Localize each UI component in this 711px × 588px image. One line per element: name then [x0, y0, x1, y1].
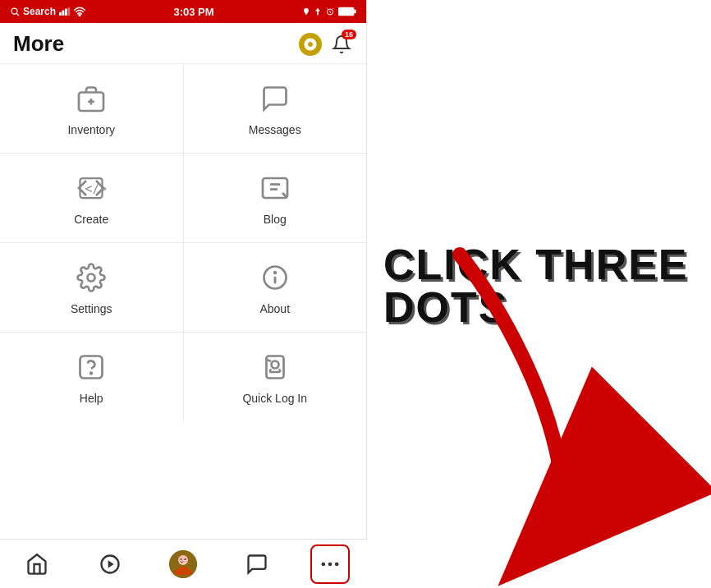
settings-label: Settings — [71, 302, 112, 315]
app-content: More 16 — [0, 23, 366, 539]
svg-text:</>: </> — [85, 181, 107, 196]
phone-frame: Search 3:03 PM — [0, 0, 367, 588]
nav-avatar[interactable] — [163, 544, 203, 584]
nav-more[interactable] — [310, 544, 350, 584]
svg-point-31 — [322, 562, 326, 566]
menu-grid: Inventory Messages — [0, 64, 366, 421]
nav-home[interactable] — [17, 544, 57, 584]
svg-rect-9 — [354, 10, 356, 14]
battery-icon — [338, 7, 356, 16]
messages-label: Messages — [249, 123, 301, 136]
svg-point-0 — [11, 8, 17, 14]
status-bar: Search 3:03 PM — [0, 0, 366, 23]
robux-button[interactable] — [299, 33, 322, 56]
quicklogin-icon-container — [257, 349, 293, 385]
about-cell[interactable]: About — [184, 243, 367, 332]
svg-rect-8 — [338, 7, 354, 15]
status-left: Search — [10, 6, 85, 17]
alarm-icon — [325, 7, 335, 16]
signal-icon — [59, 7, 71, 16]
blog-cell[interactable]: Blog — [184, 154, 367, 242]
svg-rect-4 — [65, 9, 67, 16]
annotation-text: CLICK THREE DOTS — [383, 243, 689, 328]
help-cell[interactable]: Help — [0, 333, 183, 421]
svg-point-24 — [271, 361, 278, 369]
create-cell[interactable]: </> Create — [0, 154, 183, 242]
quicklogin-icon — [260, 352, 290, 382]
svg-rect-2 — [59, 12, 62, 16]
robux-icon — [303, 37, 318, 52]
create-icon-container: </> — [73, 170, 109, 206]
messages-cell[interactable]: Messages — [184, 64, 367, 153]
create-icon: </> — [76, 173, 106, 203]
header-icons: 16 — [299, 33, 353, 56]
nav-chat[interactable] — [237, 544, 277, 584]
svg-line-1 — [16, 13, 19, 16]
svg-marker-26 — [108, 560, 114, 567]
page-title: More — [13, 31, 64, 57]
help-icon — [76, 352, 106, 382]
settings-icon — [76, 263, 106, 292]
settings-icon-container — [73, 260, 109, 296]
svg-point-6 — [79, 15, 80, 16]
notifications-button[interactable]: 16 — [330, 33, 353, 56]
avatar-image — [169, 550, 197, 578]
svg-rect-23 — [266, 356, 283, 379]
svg-point-17 — [88, 274, 95, 282]
quicklogin-label: Quick Log In — [242, 392, 307, 405]
svg-point-30 — [185, 558, 186, 560]
about-icon-container — [257, 260, 293, 296]
svg-point-29 — [181, 558, 182, 560]
svg-point-32 — [328, 562, 333, 566]
messages-icon-container — [257, 80, 293, 117]
create-label: Create — [74, 213, 108, 226]
location-icon — [302, 7, 310, 16]
settings-cell[interactable]: Settings — [0, 243, 183, 332]
status-time: 3:03 PM — [173, 6, 213, 18]
inventory-icon-container — [73, 80, 109, 117]
more-dots-icon — [319, 553, 342, 576]
menu-grid-container: Inventory Messages — [0, 64, 366, 539]
svg-rect-5 — [68, 7, 71, 16]
chat-icon — [245, 553, 268, 576]
inventory-cell[interactable]: Inventory — [0, 64, 183, 153]
inventory-label: Inventory — [67, 123, 115, 136]
quicklogin-cell[interactable]: Quick Log In — [184, 333, 367, 421]
avatar-svg — [169, 550, 197, 578]
app-header: More 16 — [0, 23, 366, 64]
bottom-nav — [0, 539, 367, 588]
status-search-label: Search — [23, 6, 56, 17]
help-label: Help — [80, 392, 103, 405]
status-right — [302, 7, 356, 16]
blog-icon — [260, 173, 290, 203]
upload-icon — [314, 7, 322, 16]
help-icon-container — [73, 349, 109, 385]
notification-badge: 16 — [342, 30, 356, 39]
search-icon — [10, 7, 20, 16]
wifi-icon — [74, 7, 85, 16]
messages-icon — [260, 84, 290, 113]
svg-point-33 — [335, 562, 339, 566]
svg-rect-3 — [62, 11, 65, 16]
about-label: About — [259, 302, 290, 315]
annotation-area: CLICK THREE DOTS — [367, 0, 711, 588]
home-icon — [25, 553, 48, 576]
inventory-icon — [76, 84, 106, 113]
play-icon — [99, 553, 122, 576]
about-icon — [260, 263, 290, 292]
blog-label: Blog — [264, 213, 287, 226]
nav-play[interactable] — [90, 544, 130, 584]
blog-icon-container — [257, 170, 293, 206]
svg-point-28 — [178, 555, 188, 565]
